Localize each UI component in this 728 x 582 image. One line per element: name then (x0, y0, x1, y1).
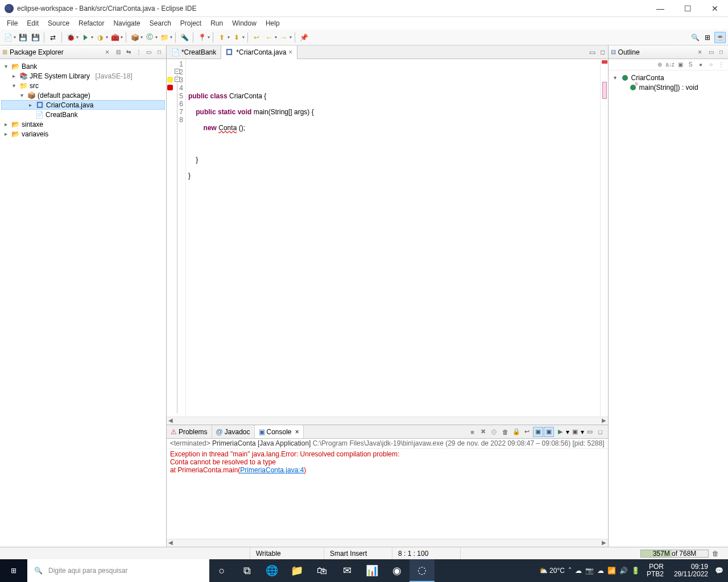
meet-now-icon[interactable]: 📷 (585, 567, 594, 575)
menu-window[interactable]: Window (228, 18, 261, 28)
console-output[interactable]: Exception in thread "main" java.lang.Err… (167, 449, 608, 539)
menu-search[interactable]: Search (145, 18, 176, 28)
editor-gutter[interactable]: 1 2 − 3 − 4 5 6 7 8 (167, 59, 186, 417)
code-area[interactable]: public class CriarConta { public static … (186, 59, 600, 417)
open-type-button[interactable]: 📁 (159, 32, 170, 43)
open-perspective-button[interactable]: ⊞ (702, 32, 713, 43)
pin-console-button[interactable]: ▶ (555, 427, 565, 437)
start-button[interactable]: ⊞ (0, 559, 27, 582)
toggle-mark-button[interactable]: 📍 (196, 32, 208, 43)
mail-icon[interactable]: ✉ (334, 559, 359, 582)
powerbi-icon[interactable]: 📊 (359, 559, 384, 582)
search-button[interactable]: 🔦 (179, 32, 190, 43)
cortana-icon[interactable]: ○ (209, 559, 234, 582)
menu-navigate[interactable]: Navigate (109, 18, 144, 28)
menu-project[interactable]: Project (176, 18, 206, 28)
view-menu-button[interactable]: ⋮ (134, 48, 143, 57)
clear-console-button[interactable]: 🗑 (500, 427, 511, 437)
coverage-button[interactable]: ◑ (94, 32, 106, 43)
display-selected-button[interactable]: ▣ (570, 427, 580, 437)
onedrive2-icon[interactable]: ☁ (597, 567, 604, 575)
maximize-view-button[interactable]: □ (717, 48, 726, 57)
fold-toggle[interactable]: − (175, 69, 180, 74)
editor-minimize-button[interactable]: ▭ (588, 45, 598, 59)
tab-close-button[interactable]: × (293, 428, 299, 436)
forward-button[interactable]: → (278, 32, 289, 43)
quickfix-icon[interactable] (167, 77, 173, 82)
view-close-button[interactable]: × (103, 48, 111, 56)
overview-error-mark[interactable] (602, 60, 607, 64)
menu-file[interactable]: File (2, 18, 22, 28)
save-all-button[interactable]: 💾 (30, 32, 41, 43)
save-button[interactable]: 💾 (17, 32, 28, 43)
show-on-stderr-button[interactable]: ▣ (544, 427, 554, 437)
gc-button[interactable]: 🗑 (709, 550, 722, 558)
code-editor[interactable]: 1 2 − 3 − 4 5 6 7 8 public class CriarCo… (167, 59, 608, 417)
maximize-button[interactable]: ☐ (679, 4, 696, 13)
back-button[interactable]: ← (263, 32, 275, 43)
collapse-all-button[interactable]: ⊟ (114, 48, 123, 57)
external-tools-button[interactable]: 🧰 (109, 32, 121, 43)
language-indicator[interactable]: PORPTB2 (643, 563, 667, 578)
close-button[interactable]: ✕ (706, 4, 723, 13)
sort-button[interactable]: a↓z (665, 60, 675, 69)
minimize-view-button[interactable]: ▭ (144, 48, 154, 57)
menu-source[interactable]: Source (43, 18, 74, 28)
minimize-button[interactable]: — (652, 4, 669, 13)
clock[interactable]: 09:1929/11/2022 (671, 563, 712, 578)
new-package-button[interactable]: 📦 (129, 32, 140, 43)
remove-all-button[interactable]: ⮾ (489, 427, 499, 437)
editor-tab-creatbank[interactable]: 📄*CreatBank (167, 45, 221, 59)
overview-ruler[interactable] (600, 59, 608, 417)
hide-local-button[interactable]: ○ (706, 60, 715, 69)
eclipse-task-icon[interactable]: ◌ (410, 559, 435, 582)
editor-hscroll[interactable]: ◀▶ (167, 417, 608, 425)
terminate-button[interactable]: ■ (468, 427, 478, 437)
remove-launch-button[interactable]: ✖ (478, 427, 489, 437)
editor-maximize-button[interactable]: □ (598, 45, 608, 59)
last-edit-button[interactable]: ↩ (251, 32, 262, 43)
run-button[interactable] (80, 32, 91, 43)
debug-button[interactable]: 🐞 (65, 32, 76, 43)
view-menu-button[interactable]: ⋮ (717, 60, 726, 69)
console-hscroll[interactable]: ◀▶ (167, 539, 608, 547)
link-editor-button[interactable]: ⇆ (124, 48, 133, 57)
java-perspective-button[interactable]: ☕ (714, 32, 726, 43)
tree-src[interactable]: ▾📁src (1, 81, 165, 90)
next-annotation-button[interactable]: ⬇ (231, 32, 242, 43)
tree-default-package[interactable]: ▾📦(default package) (1, 90, 165, 100)
maximize-view-button[interactable]: □ (155, 48, 164, 57)
chrome-icon[interactable]: ◉ (384, 559, 410, 582)
editor-tab-criarconta[interactable]: 🞐*CriarConta.java× (221, 45, 297, 59)
error-marker-icon[interactable] (167, 85, 173, 90)
tree-file-creatbank[interactable]: 📄CreatBank (1, 110, 165, 119)
onedrive-icon[interactable]: ☁ (575, 567, 582, 575)
hide-static-button[interactable]: S (686, 60, 695, 69)
weather-widget[interactable]: ⛅ 20°C (539, 567, 565, 575)
heap-indicator[interactable]: 357M of 768M (640, 550, 709, 558)
task-view-icon[interactable]: ⧉ (234, 559, 259, 582)
console-minimize-button[interactable]: ▭ (585, 427, 595, 437)
hide-fields-button[interactable]: ▣ (676, 60, 685, 69)
menu-help[interactable]: Help (261, 18, 284, 28)
focus-button[interactable]: ⊕ (655, 60, 664, 69)
new-button[interactable]: 📄 (2, 32, 14, 43)
menu-run[interactable]: Run (206, 18, 228, 28)
outline-class[interactable]: ▾CriarConta (611, 73, 726, 82)
tray-chevron-icon[interactable]: ˄ (568, 567, 572, 575)
menu-refactor[interactable]: Refactor (74, 18, 109, 28)
tab-console[interactable]: ▣Console × (255, 425, 304, 438)
show-on-stdout-button[interactable]: ▣ (533, 427, 543, 437)
volume-icon[interactable]: 🔊 (619, 567, 628, 575)
menu-edit[interactable]: Edit (22, 18, 43, 28)
switch-editor-button[interactable]: ⇄ (47, 32, 59, 43)
quick-access-button[interactable]: 🔍 (689, 32, 701, 43)
tab-javadoc[interactable]: @Javadoc (212, 425, 255, 438)
hide-nonpublic-button[interactable]: ● (696, 60, 705, 69)
wifi-icon[interactable]: 📶 (607, 567, 616, 575)
minimize-view-button[interactable]: ▭ (706, 48, 715, 57)
word-wrap-button[interactable]: ↩ (522, 427, 532, 437)
battery-icon[interactable]: 🔋 (631, 567, 640, 575)
new-class-button[interactable]: Ⓒ (144, 32, 155, 43)
store-icon[interactable]: 🛍 (309, 559, 334, 582)
